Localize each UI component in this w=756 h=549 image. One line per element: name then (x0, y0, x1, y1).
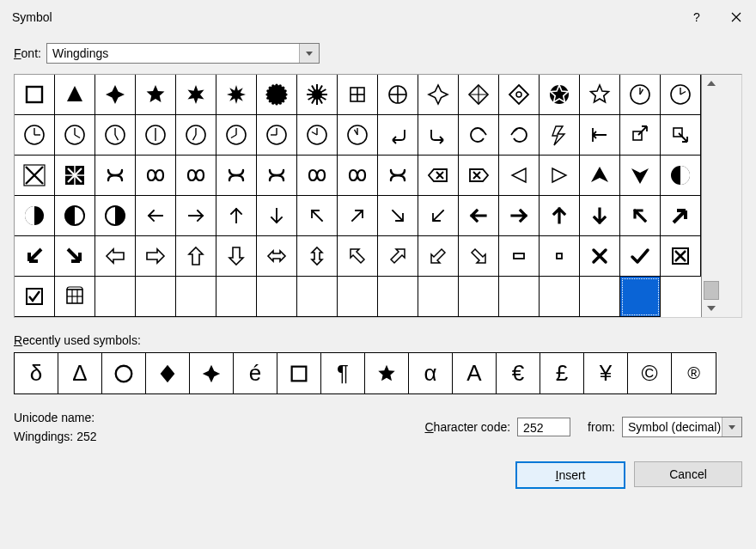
close-button[interactable] (716, 3, 756, 31)
recent-symbol-cell[interactable] (277, 353, 321, 393)
symbol-cell[interactable] (176, 236, 216, 277)
symbol-cell[interactable] (661, 75, 701, 115)
symbol-cell[interactable] (55, 277, 95, 317)
symbol-cell[interactable] (55, 115, 95, 156)
recent-symbol-cell[interactable]: ¥ (584, 353, 628, 393)
symbol-cell[interactable] (216, 156, 257, 196)
symbol-cell[interactable] (459, 75, 499, 115)
symbol-cell[interactable] (136, 75, 176, 115)
symbol-cell[interactable] (418, 75, 459, 115)
insert-button[interactable]: Insert (515, 461, 625, 489)
symbol-cell[interactable] (620, 196, 661, 236)
recent-symbol-cell[interactable] (146, 353, 190, 393)
symbol-cell[interactable] (55, 156, 95, 196)
symbol-cell[interactable] (499, 236, 540, 277)
recent-symbol-cell[interactable]: δ (15, 353, 58, 393)
cancel-button[interactable]: Cancel (634, 461, 742, 487)
scroll-down-button[interactable] (702, 300, 721, 317)
symbol-cell[interactable] (297, 156, 338, 196)
symbol-cell[interactable] (257, 156, 297, 196)
symbol-cell[interactable] (338, 115, 378, 156)
symbol-cell[interactable] (257, 75, 297, 115)
symbol-cell[interactable] (15, 156, 55, 196)
symbol-cell[interactable] (257, 115, 297, 156)
recent-symbol-cell[interactable]: Δ (58, 353, 102, 393)
symbol-cell[interactable] (15, 196, 55, 236)
symbol-cell[interactable] (499, 115, 540, 156)
recent-symbol-cell[interactable]: A (453, 353, 497, 393)
symbol-cell[interactable] (378, 196, 418, 236)
symbol-cell[interactable] (136, 196, 176, 236)
symbol-cell[interactable] (418, 115, 459, 156)
symbol-cell[interactable] (15, 277, 55, 317)
symbol-cell[interactable] (580, 156, 620, 196)
recent-symbol-cell[interactable]: ¶ (321, 353, 365, 393)
symbol-cell[interactable] (661, 236, 701, 277)
symbol-cell[interactable] (459, 236, 499, 277)
symbol-cell[interactable] (95, 156, 136, 196)
recent-symbol-cell[interactable] (365, 353, 409, 393)
symbol-cell[interactable] (540, 75, 580, 115)
symbol-cell[interactable] (95, 115, 136, 156)
symbol-cell[interactable] (418, 236, 459, 277)
symbol-cell[interactable] (55, 196, 95, 236)
symbol-cell[interactable] (136, 156, 176, 196)
symbol-cell[interactable] (540, 196, 580, 236)
symbol-cell[interactable] (378, 115, 418, 156)
symbol-grid[interactable] (15, 75, 702, 317)
charcode-input[interactable]: 252 (517, 418, 570, 436)
symbol-cell[interactable] (55, 236, 95, 277)
recent-symbol-cell[interactable]: € (497, 353, 540, 393)
symbol-cell[interactable] (459, 115, 499, 156)
symbol-cell[interactable] (418, 196, 459, 236)
symbol-cell[interactable] (176, 196, 216, 236)
symbol-cell[interactable] (620, 236, 661, 277)
scroll-up-button[interactable] (702, 75, 721, 92)
symbol-cell[interactable] (540, 115, 580, 156)
symbol-cell[interactable] (580, 236, 620, 277)
symbol-cell[interactable] (95, 196, 136, 236)
symbol-cell[interactable] (378, 236, 418, 277)
symbol-cell[interactable] (338, 156, 378, 196)
symbol-cell[interactable] (661, 196, 701, 236)
help-button[interactable]: ? (677, 3, 716, 31)
symbol-cell[interactable] (661, 115, 701, 156)
symbol-cell[interactable] (216, 236, 257, 277)
symbol-cell[interactable] (216, 115, 257, 156)
recent-symbol-cell[interactable]: é (234, 353, 277, 393)
scroll-track[interactable] (702, 92, 721, 300)
symbol-cell[interactable] (378, 75, 418, 115)
symbol-cell[interactable] (499, 196, 540, 236)
symbol-cell[interactable] (580, 75, 620, 115)
symbol-cell[interactable] (499, 75, 540, 115)
font-combo[interactable]: Wingdings (46, 43, 320, 64)
vertical-scrollbar[interactable] (702, 75, 721, 317)
from-combo[interactable]: Symbol (decimal) (622, 417, 742, 437)
symbol-cell[interactable] (378, 156, 418, 196)
recent-symbol-cell[interactable]: ® (672, 353, 716, 393)
symbol-cell[interactable] (620, 75, 661, 115)
recent-symbols[interactable]: δΔé¶αA€£¥©® (14, 352, 716, 394)
font-combo-button[interactable] (299, 44, 319, 63)
symbol-cell[interactable] (95, 75, 136, 115)
symbol-cell[interactable] (55, 75, 95, 115)
from-combo-button[interactable] (722, 418, 741, 436)
symbol-cell[interactable] (620, 156, 661, 196)
symbol-cell[interactable] (136, 236, 176, 277)
scroll-thumb[interactable] (704, 281, 719, 300)
symbol-cell[interactable] (95, 236, 136, 277)
symbol-cell[interactable] (540, 156, 580, 196)
symbol-cell[interactable] (620, 115, 661, 156)
symbol-cell[interactable] (176, 156, 216, 196)
symbol-cell[interactable] (176, 115, 216, 156)
symbol-cell[interactable] (338, 196, 378, 236)
symbol-cell[interactable] (418, 156, 459, 196)
symbol-cell[interactable] (580, 115, 620, 156)
symbol-cell[interactable] (15, 75, 55, 115)
symbol-cell[interactable] (459, 156, 499, 196)
symbol-cell[interactable] (176, 75, 216, 115)
symbol-cell[interactable] (297, 75, 338, 115)
recent-symbol-cell[interactable] (190, 353, 234, 393)
symbol-cell[interactable] (459, 196, 499, 236)
symbol-cell[interactable] (580, 196, 620, 236)
